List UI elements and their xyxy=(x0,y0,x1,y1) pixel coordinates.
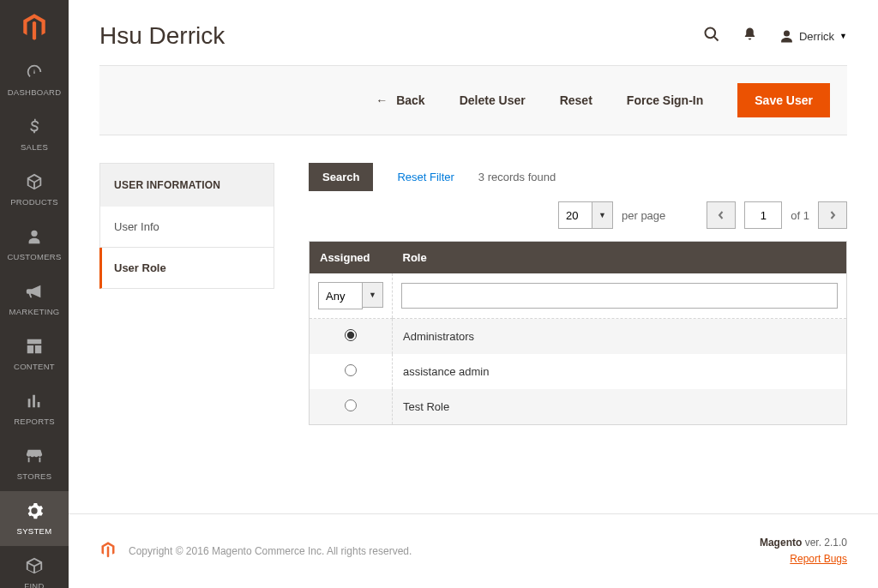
nav-item-customers[interactable]: Customers xyxy=(0,217,69,272)
nav-item-marketing[interactable]: Marketing xyxy=(0,272,69,327)
page-input[interactable] xyxy=(744,201,782,229)
role-cell: assistance admin xyxy=(393,354,847,389)
chevron-down-icon: ▼ xyxy=(839,32,847,40)
chevron-down-icon[interactable]: ▼ xyxy=(363,282,383,308)
nav-item-products[interactable]: Products xyxy=(0,162,69,217)
user-info-panel: USER INFORMATION User InfoUser Role xyxy=(99,163,274,486)
layout-icon xyxy=(2,337,67,358)
page-header: Hsu Derrick Derrick ▼ xyxy=(69,0,878,65)
tab-user-role[interactable]: User Role xyxy=(99,248,274,289)
search-button[interactable]: Search xyxy=(309,163,373,191)
back-button[interactable]: ← Back xyxy=(376,93,424,107)
account-menu[interactable]: Derrick ▼ xyxy=(779,29,847,44)
role-radio[interactable] xyxy=(345,329,357,341)
role-grid-section: Search Reset Filter 3 records found ▼ pe… xyxy=(309,163,847,486)
person-icon xyxy=(2,227,67,249)
copyright-text: Copyright © 2016 Magento Commerce Inc. A… xyxy=(129,545,412,557)
page-title: Hsu Derrick xyxy=(99,22,225,50)
column-role[interactable]: Role xyxy=(393,242,847,274)
table-row[interactable]: Administrators xyxy=(310,319,847,355)
table-row[interactable]: assistance admin xyxy=(310,354,847,389)
role-cell: Administrators xyxy=(393,319,847,355)
gear-icon xyxy=(2,501,67,523)
magento-logo-icon xyxy=(99,541,117,561)
page-footer: Copyright © 2016 Magento Commerce Inc. A… xyxy=(69,513,878,588)
delete-user-button[interactable]: Delete User xyxy=(460,93,526,107)
action-toolbar: ← Back Delete User Reset Force Sign-In S… xyxy=(99,65,847,135)
nav-item-dashboard[interactable]: Dashboard xyxy=(0,52,69,107)
arrow-left-icon: ← xyxy=(376,93,388,107)
svg-point-0 xyxy=(705,27,715,38)
gauge-icon xyxy=(2,63,67,84)
person-icon xyxy=(779,29,794,44)
grid-controls: Search Reset Filter 3 records found ▼ pe… xyxy=(309,163,847,229)
report-bugs-link[interactable]: Report Bugs xyxy=(790,553,847,565)
tab-user-info[interactable]: User Info xyxy=(99,207,274,248)
search-icon[interactable] xyxy=(703,26,720,47)
cube-icon xyxy=(2,172,67,194)
package-icon xyxy=(2,556,67,578)
table-row[interactable]: Test Role xyxy=(310,389,847,425)
per-page-select[interactable] xyxy=(558,201,592,229)
admin-sidenav: DashboardSalesProductsCustomersMarketing… xyxy=(0,0,69,588)
filter-row: ▼ xyxy=(310,273,847,319)
reset-button[interactable]: Reset xyxy=(560,93,592,107)
column-assigned[interactable]: Assigned xyxy=(310,242,393,274)
dollar-icon xyxy=(2,117,67,139)
assigned-filter-select[interactable] xyxy=(318,282,363,309)
save-user-button[interactable]: Save User xyxy=(737,83,830,117)
records-count: 3 records found xyxy=(478,171,556,183)
reset-filter-link[interactable]: Reset Filter xyxy=(397,171,454,183)
next-page-button[interactable] xyxy=(818,201,847,229)
chevron-down-icon[interactable]: ▼ xyxy=(592,201,613,229)
chart-icon xyxy=(2,392,67,413)
role-cell: Test Role xyxy=(393,389,847,425)
storefront-icon xyxy=(2,447,67,468)
roles-grid: Assigned Role ▼ Administrat xyxy=(309,241,847,425)
megaphone-icon xyxy=(2,282,67,303)
notifications-icon[interactable] xyxy=(743,27,757,45)
nav-item-stores[interactable]: Stores xyxy=(0,436,69,491)
role-radio[interactable] xyxy=(345,399,357,411)
role-filter-input[interactable] xyxy=(401,283,838,309)
page-of-label: of 1 xyxy=(791,209,809,222)
panel-title: USER INFORMATION xyxy=(99,163,274,207)
nav-item-system[interactable]: System xyxy=(0,491,69,546)
per-page-label: per page xyxy=(622,209,665,222)
force-signin-button[interactable]: Force Sign-In xyxy=(627,93,703,107)
magento-logo[interactable] xyxy=(20,0,49,52)
pager: ▼ per page of 1 xyxy=(558,201,847,229)
nav-item-content[interactable]: Content xyxy=(0,327,69,381)
account-name: Derrick xyxy=(799,30,834,43)
nav-item-find-partners-extensions[interactable]: Find Partners & Extensions xyxy=(0,546,69,588)
nav-item-sales[interactable]: Sales xyxy=(0,107,69,162)
prev-page-button[interactable] xyxy=(707,201,736,229)
nav-item-reports[interactable]: Reports xyxy=(0,381,69,436)
role-radio[interactable] xyxy=(345,364,357,376)
